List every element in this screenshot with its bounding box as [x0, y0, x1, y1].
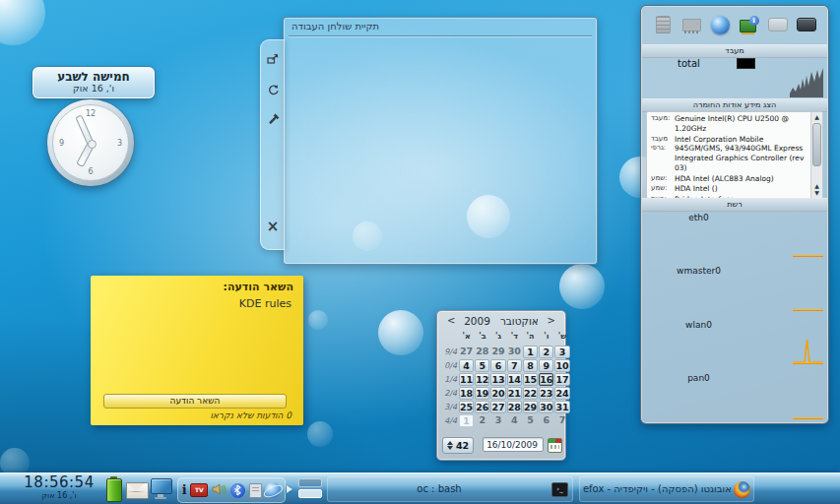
- day-cell[interactable]: 20: [490, 387, 505, 400]
- memory-icon[interactable]: [680, 13, 702, 36]
- day-cell[interactable]: 1: [523, 346, 538, 358]
- tv-icon[interactable]: TV: [190, 483, 208, 497]
- day-cell[interactable]: 14: [507, 373, 522, 386]
- day-cell[interactable]: 27: [459, 346, 474, 358]
- display-icon[interactable]: [151, 478, 172, 500]
- day-cell[interactable]: 21: [507, 387, 522, 400]
- day-cell[interactable]: 4: [459, 359, 474, 372]
- day-cell[interactable]: 24: [554, 387, 569, 400]
- day-cell[interactable]: 9: [539, 359, 553, 372]
- day-cell[interactable]: 13: [490, 373, 505, 386]
- day-cell[interactable]: 22: [523, 387, 538, 400]
- harddrive-icon[interactable]: [796, 13, 817, 36]
- calendar-header: < 2009 אוקטובר >: [443, 315, 559, 328]
- day-cell[interactable]: 3: [490, 414, 505, 427]
- day-cell[interactable]: 31: [554, 401, 569, 413]
- day-cell[interactable]: 17: [554, 373, 569, 386]
- task-title: אובונטו (הפסקה) - ויקיפדיה - Mozilla Fir…: [583, 483, 732, 494]
- network-globe-icon[interactable]: [265, 482, 281, 498]
- day-cell[interactable]: 27: [490, 401, 505, 413]
- day-cell[interactable]: 28: [507, 401, 522, 413]
- day-cell[interactable]: 18: [459, 387, 474, 400]
- fuzzy-date-text: ו', 16 אוק: [33, 83, 154, 94]
- day-cell[interactable]: 28: [475, 346, 489, 358]
- wallpaper-bubble: [0, 0, 45, 45]
- day-cell[interactable]: 25: [459, 401, 474, 413]
- day-cell[interactable]: 30: [539, 401, 553, 413]
- day-cell[interactable]: 29: [490, 346, 505, 358]
- analog-clock-widget[interactable]: 12 3 6 9: [47, 99, 134, 186]
- fuzzy-clock-widget[interactable]: חמישה לשבע ו', 16 אוק: [32, 67, 155, 98]
- day-cell-today[interactable]: 16: [539, 373, 553, 386]
- taskbar-task-konsole[interactable]: oc : bash ›_: [327, 476, 573, 502]
- scroll-up-icon[interactable]: ▲: [811, 114, 822, 120]
- day-cell[interactable]: 23: [539, 387, 553, 400]
- bluetooth-icon[interactable]: [230, 483, 245, 498]
- rotate-icon[interactable]: [261, 82, 285, 100]
- resize-icon[interactable]: [261, 50, 285, 69]
- day-cell[interactable]: 26: [475, 401, 489, 413]
- day-cell[interactable]: 7: [507, 359, 522, 372]
- date-picker-icon[interactable]: [548, 438, 562, 453]
- calendar-year[interactable]: 2009: [464, 315, 490, 327]
- desktop-1[interactable]: [298, 478, 322, 487]
- day-cell[interactable]: 3: [554, 346, 569, 358]
- hardware-info-icon[interactable]: i: [739, 13, 760, 36]
- day-cell[interactable]: 5: [523, 414, 538, 427]
- day-cell[interactable]: 6: [539, 414, 553, 427]
- battery-icon[interactable]: [106, 476, 122, 502]
- note-text-area[interactable]: KDE rules: [102, 297, 291, 310]
- day-cell[interactable]: 2: [475, 414, 489, 427]
- day-cell[interactable]: 15: [523, 373, 538, 386]
- unread-messages-label: 0 הודעות שלא נקראו: [210, 410, 291, 420]
- day-cell[interactable]: 11: [459, 373, 474, 386]
- day-cell[interactable]: 4: [507, 414, 522, 427]
- day-cell[interactable]: 5: [475, 359, 489, 372]
- day-cell[interactable]: 10: [554, 359, 569, 372]
- system-monitor-widget[interactable]: i מעבד total הצג מידע אודות החומרה מעבד:…: [640, 5, 829, 424]
- day-cell[interactable]: 30: [507, 346, 522, 358]
- scroll-down-icon[interactable]: ▼: [811, 190, 822, 196]
- note-title: השאר הודעה:: [224, 281, 293, 293]
- spin-arrows-icon[interactable]: [447, 441, 453, 450]
- desktop-2-active[interactable]: [298, 489, 322, 498]
- close-icon[interactable]: ×: [261, 220, 285, 233]
- day-cell[interactable]: 7: [554, 414, 569, 427]
- calendar-widget[interactable]: < 2009 אוקטובר > א'ב'ג'ד'ה'ו'ש'9/4272829…: [436, 310, 566, 461]
- clock-number-9: 9: [59, 139, 64, 148]
- weekday-header: ב': [475, 332, 489, 342]
- widget-handle[interactable]: ×: [260, 39, 285, 250]
- system-tray: i TV: [177, 477, 286, 503]
- day-cell[interactable]: 6: [490, 359, 505, 372]
- interface-graph: [793, 255, 823, 257]
- disk-icon[interactable]: [767, 13, 789, 36]
- info-icon[interactable]: i: [182, 482, 187, 498]
- day-cell[interactable]: 1: [459, 414, 474, 427]
- scrollbar[interactable]: ▲ ▲ ▼: [810, 112, 822, 198]
- date-input[interactable]: 16/10/2009: [483, 437, 544, 452]
- folder-view-widget[interactable]: תקיית שולחן העבודה: [283, 17, 598, 265]
- day-cell[interactable]: 12: [475, 373, 489, 386]
- digital-clock[interactable]: 18:56:54 ו', 16 אוק: [14, 474, 104, 500]
- day-cell[interactable]: 29: [523, 401, 538, 413]
- hardware-info-list[interactable]: מעבד:Genuine Intel(R) CPU U2500 @ 1.20GH…: [646, 111, 823, 199]
- week-spinbox[interactable]: 42: [442, 437, 474, 454]
- processes-icon[interactable]: [652, 13, 674, 36]
- network-globe-icon[interactable]: [709, 13, 731, 36]
- tray-expander-icon[interactable]: [287, 485, 292, 493]
- calendar-month[interactable]: אוקטובר: [500, 315, 539, 327]
- taskbar-task-firefox[interactable]: אובונטו (הפסקה) - ויקיפדיה - Mozilla Fir…: [579, 476, 754, 502]
- volume-icon[interactable]: [212, 481, 226, 500]
- leave-note-widget[interactable]: השאר הודעה: KDE rules השאר הודעה 0 הודעו…: [91, 276, 303, 425]
- day-cell[interactable]: 8: [523, 359, 538, 372]
- virtual-desktop-pager[interactable]: [298, 478, 322, 500]
- day-cell[interactable]: 19: [475, 387, 489, 400]
- day-cell[interactable]: 2: [539, 346, 553, 358]
- leave-message-button[interactable]: השאר הודעה: [103, 394, 287, 409]
- scrollbar-thumb[interactable]: [812, 123, 821, 166]
- calendar-next-button[interactable]: >: [548, 315, 555, 326]
- notes-icon[interactable]: [249, 483, 262, 498]
- mail-icon[interactable]: [126, 482, 149, 499]
- configure-icon[interactable]: [261, 111, 285, 130]
- weekday-header: ו': [539, 332, 553, 342]
